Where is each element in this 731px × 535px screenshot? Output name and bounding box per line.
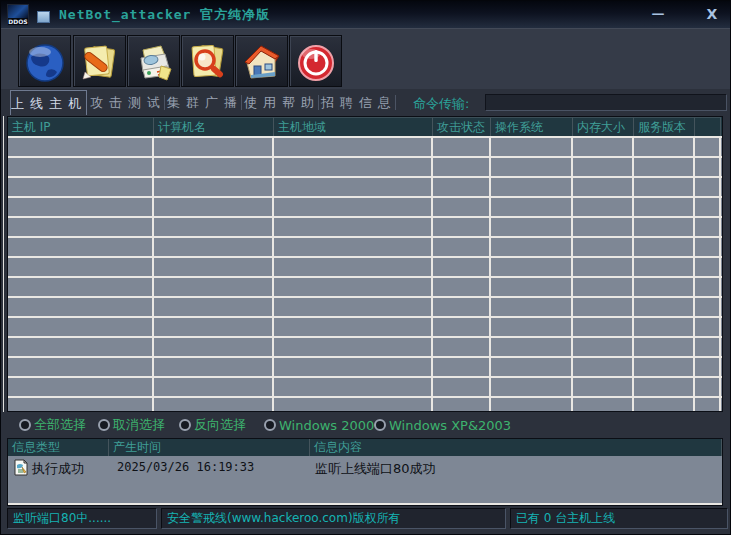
app-window: DDOS NetBot_attacker 官方纯净版 — X: [0, 0, 731, 535]
panel-edge-highlight: [3, 116, 4, 412]
status-listening: 监听端口80中......: [7, 508, 157, 529]
log-note-icon: [13, 459, 28, 476]
app-icon-image: [8, 5, 28, 18]
home-icon: [236, 42, 287, 84]
host-column-header[interactable]: [695, 117, 721, 136]
column-header-info-type: 信息类型: [8, 439, 109, 456]
table-grid-column: [154, 138, 274, 411]
radio-label: 全部选择: [34, 416, 86, 434]
radio-select-all[interactable]: 全部选择: [19, 416, 86, 434]
connect-button[interactable]: [18, 35, 71, 87]
globe-icon: [19, 42, 70, 84]
radio-label: Windows 2000: [279, 418, 374, 433]
radio-icon[interactable]: [374, 419, 386, 431]
status-host-count: 已有 0 台主机上线: [510, 508, 728, 529]
radio-label: 反向选择: [194, 416, 246, 434]
column-header-info-content: 信息内容: [310, 439, 722, 456]
printer-button[interactable]: [127, 35, 180, 87]
info-cell-time: 2025/03/26 16:19:33: [117, 460, 254, 474]
tab-separator: [395, 95, 396, 110]
radio-deselect-all[interactable]: 取消选择: [98, 416, 165, 434]
info-table-body: 执行成功 2025/03/26 16:19:33 监听上线端口80成功: [8, 456, 722, 505]
host-table-header: 主机 IP计算机名主机地域攻击状态操作系统内存大小服务版本: [8, 117, 722, 136]
radio-icon[interactable]: [98, 419, 110, 431]
table-grid-column: [634, 138, 695, 411]
search-button[interactable]: [181, 35, 234, 87]
app-icon: DDOS: [7, 4, 29, 26]
status-bar: 监听端口80中...... 安全警戒线(www.hackeroo.com)版权所…: [1, 508, 731, 530]
power-icon: [290, 42, 341, 84]
search-document-icon: [182, 42, 233, 84]
edit-document-icon: [74, 42, 125, 84]
close-button[interactable]: X: [701, 5, 723, 23]
exit-button[interactable]: [289, 35, 342, 87]
table-grid-column: [573, 138, 634, 411]
titlebar[interactable]: DDOS NetBot_attacker 官方纯净版 — X: [1, 1, 731, 28]
command-transfer-label: 命令传输:: [413, 95, 469, 113]
radio-windows-2000[interactable]: Windows 2000: [264, 416, 374, 434]
tab-separator: [318, 95, 319, 110]
info-panel: 信息类型 产生时间 信息内容 执行成功 2025/03/26 16:19:33 …: [7, 438, 723, 506]
app-icon-badge: DDOS: [8, 18, 28, 25]
status-copyright: 安全警戒线(www.hackeroo.com)版权所有: [161, 508, 506, 529]
tab-attack-test[interactable]: 攻击测试: [90, 90, 162, 115]
host-column-header[interactable]: 操作系统: [491, 117, 573, 136]
tab-help[interactable]: 使用帮助: [244, 90, 316, 115]
radio-windows-xp2003[interactable]: Windows XP&2003: [374, 416, 511, 434]
tab-cluster-broadcast[interactable]: 集群广播: [167, 90, 239, 115]
minimize-button[interactable]: —: [647, 5, 669, 23]
tab-separator: [241, 95, 242, 110]
radio-icon[interactable]: [179, 419, 191, 431]
toolbar: [1, 28, 731, 89]
table-grid-column: [8, 138, 154, 411]
tab-recruit-info[interactable]: 招聘信息: [321, 90, 393, 115]
radio-icon[interactable]: [264, 419, 276, 431]
table-grid-column: [491, 138, 573, 411]
host-column-header[interactable]: 主机 IP: [8, 117, 154, 136]
tab-bar: 上线主机 攻击测试 集群广播 使用帮助 招聘信息 命令传输:: [1, 89, 731, 116]
radio-icon[interactable]: [19, 419, 31, 431]
column-header-time: 产生时间: [109, 439, 310, 456]
selection-bar: 全部选择取消选择反向选择Windows 2000Windows XP&2003: [1, 412, 731, 438]
command-input[interactable]: [485, 94, 727, 111]
table-grid-column: [274, 138, 433, 411]
info-cell-content: 监听上线端口80成功: [315, 460, 436, 478]
host-column-header[interactable]: 攻击状态: [433, 117, 491, 136]
radio-label: 取消选择: [113, 416, 165, 434]
info-table-header: 信息类型 产生时间 信息内容: [8, 439, 722, 456]
radio-label: Windows XP&2003: [389, 418, 511, 433]
tab-online-hosts[interactable]: 上线主机: [10, 90, 87, 115]
attack-config-button[interactable]: [73, 35, 126, 87]
titlebar-square-icon: [37, 11, 50, 23]
window-title: NetBot_attacker 官方纯净版: [59, 6, 270, 24]
info-cell-type: 执行成功: [32, 460, 84, 478]
radio-invert-selection[interactable]: 反向选择: [179, 416, 246, 434]
printer-icon: [128, 42, 179, 84]
host-column-header[interactable]: 主机地域: [274, 117, 433, 136]
host-column-header[interactable]: 计算机名: [154, 117, 274, 136]
host-table: 主机 IP计算机名主机地域攻击状态操作系统内存大小服务版本: [7, 116, 723, 412]
table-grid-column: [695, 138, 721, 411]
info-row[interactable]: 执行成功 2025/03/26 16:19:33 监听上线端口80成功: [8, 458, 722, 478]
host-column-header[interactable]: 服务版本: [634, 117, 695, 136]
host-column-header[interactable]: 内存大小: [573, 117, 634, 136]
home-button[interactable]: [235, 35, 288, 87]
tab-separator: [164, 95, 165, 110]
host-table-body[interactable]: [8, 136, 722, 411]
table-grid-column: [433, 138, 491, 411]
